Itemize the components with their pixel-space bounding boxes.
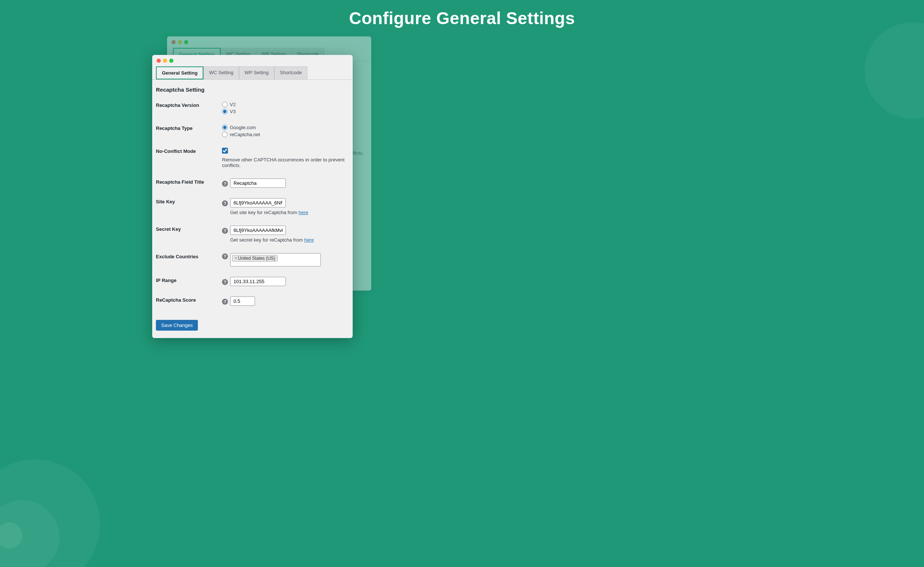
maximize-icon [184,40,188,44]
radio-google-input[interactable] [222,124,228,130]
row-field-title: Recaptcha Field Title ? [156,178,349,188]
close-icon[interactable] [157,58,161,63]
row-site-key: Site Key ? Get site key for reCaptcha fr… [156,198,349,215]
help-no-conflict: Remove other CAPTCHA occurrences in orde… [222,157,349,168]
input-ip-range[interactable] [230,277,286,286]
row-ip-range: IP Range ? [156,277,349,286]
help-icon[interactable]: ? [222,228,228,234]
tag-country[interactable]: ×United States (US) [232,255,278,262]
tab-wc-setting[interactable]: WC Setting [203,66,239,80]
row-recaptcha-score: ReCaptcha Score ? [156,297,349,306]
radio-recaptcha-net[interactable]: reCaptcha.net [222,132,349,137]
maximize-icon[interactable] [169,58,173,63]
link-site-key-here[interactable]: here [299,210,308,215]
radio-v3-label: V3 [230,109,236,114]
row-exclude-countries: Exclude Countries ? ×United States (US) [156,253,349,266]
tabs: General Setting WC Setting WP Setting Sh… [152,66,353,80]
section-title: Recaptcha Setting [156,87,349,93]
help-icon[interactable]: ? [222,200,228,206]
help-icon[interactable]: ? [222,254,228,260]
radio-v3-input[interactable] [222,109,228,114]
label-exclude-countries: Exclude Countries [156,253,222,260]
input-site-key[interactable] [230,198,286,207]
close-icon [171,40,176,44]
input-field-title[interactable] [230,178,286,188]
radio-google-label: Google.com [230,124,256,130]
input-recaptcha-score[interactable] [230,297,255,306]
row-secret-key: Secret Key ? Get secret key for reCaptch… [156,226,349,243]
tab-wp-setting[interactable]: WP Setting [239,66,274,80]
label-recaptcha-score: ReCaptcha Score [156,297,222,303]
window-controls-back [167,36,371,48]
tab-shortcode[interactable]: Shortcode [274,66,307,80]
label-recaptcha-version: Recaptcha Version [156,102,222,108]
radio-google[interactable]: Google.com [222,124,349,130]
hint-secret-key: Get secret key for reCaptcha from here [230,237,349,243]
radio-v2-label: V2 [230,102,236,107]
hint-site-key: Get site key for reCaptcha from here [230,210,349,215]
minimize-icon[interactable] [163,58,167,63]
close-icon[interactable]: × [234,256,237,261]
help-icon[interactable]: ? [222,299,228,304]
settings-content: Recaptcha Setting Recaptcha Version V2 V… [152,80,353,338]
row-no-conflict: No-Conflict Mode Remove other CAPTCHA oc… [156,148,349,168]
minimize-icon [178,40,182,44]
tab-general-setting[interactable]: General Setting [156,66,203,80]
radio-v3[interactable]: V3 [222,109,349,114]
radio-v2-input[interactable] [222,102,228,107]
input-exclude-countries[interactable]: ×United States (US) [230,253,321,266]
radio-recaptcha-net-label: reCaptcha.net [230,132,260,137]
label-recaptcha-type: Recaptcha Type [156,124,222,131]
row-recaptcha-type: Recaptcha Type Google.com reCaptcha.net [156,124,349,137]
label-secret-key: Secret Key [156,226,222,232]
label-site-key: Site Key [156,198,222,204]
label-ip-range: IP Range [156,277,222,283]
input-secret-key[interactable] [230,226,286,235]
checkbox-no-conflict[interactable] [222,148,228,154]
link-secret-key-here[interactable]: here [304,237,314,243]
radio-group-type: Google.com reCaptcha.net [222,124,349,137]
radio-recaptcha-net-input[interactable] [222,132,228,137]
help-icon[interactable]: ? [222,181,228,187]
window-controls [152,55,353,66]
bg-decoration-circle [865,22,924,119]
radio-v2[interactable]: V2 [222,102,349,107]
label-no-conflict: No-Conflict Mode [156,148,222,154]
help-icon[interactable]: ? [222,279,228,285]
row-recaptcha-version: Recaptcha Version V2 V3 [156,102,349,114]
radio-group-version: V2 V3 [222,102,349,114]
bg-decoration-eye [0,459,100,567]
save-changes-button[interactable]: Save Changes [156,320,198,331]
label-field-title: Recaptcha Field Title [156,178,222,185]
settings-window: General Setting WC Setting WP Setting Sh… [152,55,353,338]
page-title: Configure General Settings [0,0,924,28]
